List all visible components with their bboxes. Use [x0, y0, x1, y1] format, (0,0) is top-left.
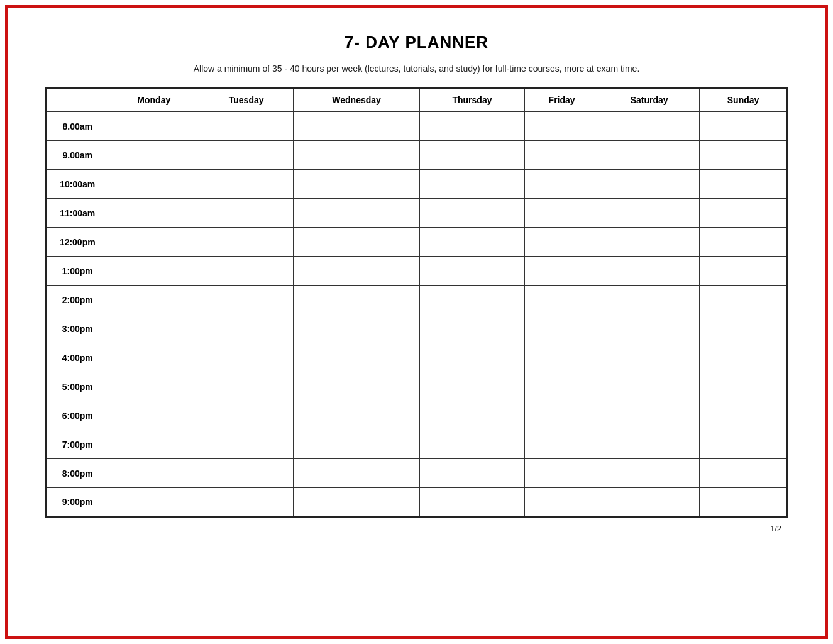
schedule-cell[interactable]: [109, 372, 199, 401]
schedule-cell[interactable]: [294, 170, 420, 199]
schedule-cell[interactable]: [419, 430, 524, 459]
schedule-cell[interactable]: [109, 459, 199, 488]
schedule-cell[interactable]: [294, 488, 420, 517]
schedule-cell[interactable]: [599, 112, 700, 141]
schedule-cell[interactable]: [294, 314, 420, 343]
schedule-cell[interactable]: [199, 314, 294, 343]
schedule-cell[interactable]: [700, 112, 787, 141]
schedule-cell[interactable]: [599, 401, 700, 430]
schedule-cell[interactable]: [199, 372, 294, 401]
schedule-cell[interactable]: [109, 112, 199, 141]
schedule-cell[interactable]: [524, 488, 599, 517]
schedule-cell[interactable]: [294, 199, 420, 228]
schedule-cell[interactable]: [109, 401, 199, 430]
schedule-cell[interactable]: [294, 430, 420, 459]
schedule-cell[interactable]: [294, 286, 420, 314]
schedule-cell[interactable]: [109, 314, 199, 343]
schedule-cell[interactable]: [419, 257, 524, 286]
header-wednesday: Wednesday: [294, 88, 420, 112]
schedule-cell[interactable]: [700, 401, 787, 430]
schedule-cell[interactable]: [599, 257, 700, 286]
schedule-cell[interactable]: [700, 343, 787, 372]
schedule-cell[interactable]: [294, 228, 420, 257]
schedule-cell[interactable]: [294, 141, 420, 170]
schedule-cell[interactable]: [294, 372, 420, 401]
schedule-cell[interactable]: [599, 199, 700, 228]
schedule-cell[interactable]: [419, 372, 524, 401]
schedule-cell[interactable]: [599, 343, 700, 372]
schedule-cell[interactable]: [199, 488, 294, 517]
schedule-cell[interactable]: [419, 170, 524, 199]
schedule-cell[interactable]: [524, 228, 599, 257]
schedule-cell[interactable]: [294, 112, 420, 141]
schedule-cell[interactable]: [109, 286, 199, 314]
schedule-cell[interactable]: [524, 343, 599, 372]
schedule-cell[interactable]: [524, 141, 599, 170]
schedule-cell[interactable]: [524, 286, 599, 314]
schedule-cell[interactable]: [700, 257, 787, 286]
schedule-cell[interactable]: [524, 112, 599, 141]
schedule-cell[interactable]: [199, 112, 294, 141]
subtitle-text: Allow a minimum of 35 - 40 hours per wee…: [45, 64, 788, 74]
schedule-cell[interactable]: [419, 343, 524, 372]
schedule-cell[interactable]: [524, 372, 599, 401]
schedule-cell[interactable]: [419, 286, 524, 314]
schedule-cell[interactable]: [109, 141, 199, 170]
schedule-cell[interactable]: [524, 199, 599, 228]
schedule-cell[interactable]: [199, 257, 294, 286]
schedule-cell[interactable]: [419, 314, 524, 343]
schedule-cell[interactable]: [199, 459, 294, 488]
schedule-cell[interactable]: [524, 430, 599, 459]
schedule-cell[interactable]: [199, 343, 294, 372]
schedule-cell[interactable]: [524, 170, 599, 199]
schedule-cell[interactable]: [294, 257, 420, 286]
schedule-cell[interactable]: [700, 170, 787, 199]
schedule-cell[interactable]: [700, 141, 787, 170]
schedule-cell[interactable]: [419, 401, 524, 430]
schedule-cell[interactable]: [599, 170, 700, 199]
schedule-cell[interactable]: [109, 488, 199, 517]
schedule-cell[interactable]: [109, 199, 199, 228]
schedule-cell[interactable]: [419, 228, 524, 257]
schedule-cell[interactable]: [700, 459, 787, 488]
schedule-cell[interactable]: [599, 488, 700, 517]
schedule-cell[interactable]: [199, 199, 294, 228]
schedule-cell[interactable]: [419, 112, 524, 141]
schedule-cell[interactable]: [109, 228, 199, 257]
schedule-cell[interactable]: [599, 228, 700, 257]
schedule-cell[interactable]: [419, 459, 524, 488]
schedule-cell[interactable]: [524, 257, 599, 286]
schedule-cell[interactable]: [419, 199, 524, 228]
schedule-cell[interactable]: [599, 372, 700, 401]
schedule-cell[interactable]: [109, 343, 199, 372]
schedule-cell[interactable]: [109, 170, 199, 199]
schedule-cell[interactable]: [199, 228, 294, 257]
schedule-cell[interactable]: [599, 141, 700, 170]
schedule-cell[interactable]: [524, 459, 599, 488]
schedule-cell[interactable]: [199, 401, 294, 430]
schedule-cell[interactable]: [294, 401, 420, 430]
schedule-cell[interactable]: [599, 286, 700, 314]
schedule-cell[interactable]: [700, 199, 787, 228]
schedule-cell[interactable]: [419, 488, 524, 517]
schedule-cell[interactable]: [524, 401, 599, 430]
schedule-cell[interactable]: [700, 228, 787, 257]
schedule-cell[interactable]: [109, 257, 199, 286]
schedule-cell[interactable]: [199, 170, 294, 199]
schedule-cell[interactable]: [294, 459, 420, 488]
schedule-cell[interactable]: [700, 430, 787, 459]
schedule-cell[interactable]: [700, 488, 787, 517]
schedule-cell[interactable]: [199, 430, 294, 459]
schedule-cell[interactable]: [109, 430, 199, 459]
schedule-cell[interactable]: [524, 314, 599, 343]
schedule-cell[interactable]: [294, 343, 420, 372]
schedule-cell[interactable]: [419, 141, 524, 170]
schedule-cell[interactable]: [700, 372, 787, 401]
schedule-cell[interactable]: [199, 141, 294, 170]
schedule-cell[interactable]: [599, 459, 700, 488]
schedule-cell[interactable]: [700, 286, 787, 314]
schedule-cell[interactable]: [599, 314, 700, 343]
schedule-cell[interactable]: [199, 286, 294, 314]
schedule-cell[interactable]: [599, 430, 700, 459]
schedule-cell[interactable]: [700, 314, 787, 343]
